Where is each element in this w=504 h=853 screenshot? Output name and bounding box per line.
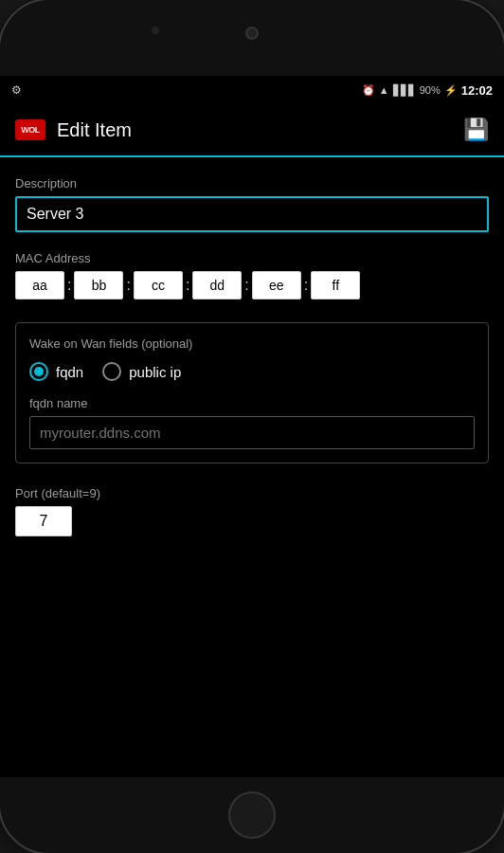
mac-octet-5[interactable]: [252, 271, 301, 299]
description-section: Description: [15, 176, 489, 251]
usb-icon: ⚙: [11, 83, 22, 97]
app-logo: WOL: [15, 119, 45, 140]
radio-group: fqdn public ip: [29, 362, 475, 381]
battery-icon: ⚡: [444, 84, 458, 97]
home-button[interactable]: [228, 791, 276, 839]
wake-on-wan-section: Wake on Wan fields (optional) fqdn publi…: [15, 322, 489, 463]
mac-sep-1: :: [66, 277, 72, 294]
mac-sep-2: :: [125, 277, 131, 294]
wifi-icon: ▲: [379, 84, 389, 96]
phone-shell: ⚙ ⏰ ▲ ▋▋▋ 90% ⚡ 12:02 WOL Edit Item 💾 De…: [0, 0, 504, 853]
screen-content: Description MAC Address : : : : : Wake o…: [0, 157, 504, 777]
app-bar: WOL Edit Item 💾: [0, 104, 504, 157]
save-button[interactable]: 💾: [463, 118, 489, 142]
public-ip-radio-label: public ip: [129, 364, 181, 380]
speaker: [152, 27, 159, 34]
fqdn-name-label: fqdn name: [29, 396, 475, 410]
camera: [245, 27, 259, 40]
description-label: Description: [15, 176, 489, 191]
fqdn-name-input[interactable]: [29, 416, 475, 449]
fqdn-radio-option[interactable]: fqdn: [29, 362, 83, 381]
signal-icon: ▋▋▋: [393, 84, 416, 97]
port-section: Port (default=9): [15, 486, 489, 536]
fqdn-radio-label: fqdn: [56, 364, 83, 380]
top-bezel: [0, 0, 504, 76]
app-title: Edit Item: [57, 119, 463, 141]
mac-octet-6[interactable]: [311, 271, 360, 299]
port-input[interactable]: [15, 506, 72, 536]
status-right: ⏰ ▲ ▋▋▋ 90% ⚡ 12:02: [362, 83, 493, 98]
public-ip-radio-option[interactable]: public ip: [102, 362, 181, 381]
fqdn-radio-circle[interactable]: [29, 362, 48, 381]
mac-octet-1[interactable]: [15, 271, 64, 299]
status-bar: ⚙ ⏰ ▲ ▋▋▋ 90% ⚡ 12:02: [0, 76, 504, 104]
status-time: 12:02: [461, 83, 493, 98]
mac-address-section: MAC Address : : : : :: [15, 251, 489, 299]
public-ip-radio-circle[interactable]: [102, 362, 121, 381]
mac-octet-4[interactable]: [192, 271, 242, 299]
mac-fields: : : : : :: [15, 271, 489, 299]
alarm-icon: ⏰: [362, 84, 375, 97]
battery-percent: 90%: [420, 84, 441, 96]
description-input[interactable]: [15, 196, 489, 232]
wake-on-wan-label: Wake on Wan fields (optional): [29, 336, 475, 351]
mac-sep-5: :: [303, 277, 309, 294]
mac-sep-4: :: [243, 277, 249, 294]
status-left: ⚙: [11, 83, 22, 97]
mac-sep-3: :: [185, 277, 190, 294]
port-label: Port (default=9): [15, 486, 489, 500]
bottom-bezel: [0, 777, 504, 853]
mac-octet-2[interactable]: [74, 271, 123, 299]
mac-address-label: MAC Address: [15, 251, 489, 265]
mac-octet-3[interactable]: [134, 271, 183, 299]
